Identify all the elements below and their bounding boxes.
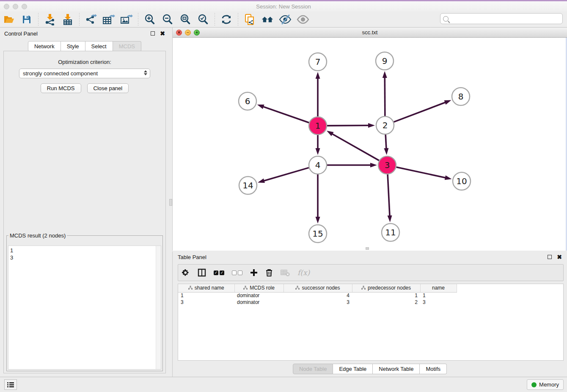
apply-layout-icon[interactable] [220, 13, 233, 26]
zoom-fit-icon[interactable] [179, 13, 192, 26]
column-header-name[interactable]: name [420, 284, 457, 292]
graph-node-label-6: 6 [245, 96, 250, 106]
search-field[interactable] [440, 13, 563, 24]
network-canvas[interactable]: 7968124314101511 [173, 38, 567, 251]
tab-node-table[interactable]: Node Table [293, 364, 333, 374]
window-resize-handle[interactable] [366, 247, 369, 250]
graph-edge-arrow [384, 148, 388, 155]
graph-edge-2-3[interactable] [385, 135, 386, 150]
table-row[interactable]: 3dominator323 [178, 299, 457, 306]
result-scrollbar[interactable] [156, 246, 161, 369]
graph-edge-2-9[interactable] [385, 76, 385, 116]
column-header-successor-nodes[interactable]: successor nodes [284, 284, 352, 292]
close-panel-icon[interactable]: ✖ [160, 30, 165, 36]
table-cell[interactable]: 2 [352, 299, 420, 306]
table-cell[interactable]: 4 [284, 292, 352, 299]
first-neighbors-icon[interactable] [261, 13, 274, 26]
tab-mcds[interactable]: MCDS [113, 41, 141, 52]
column-type-icon [188, 286, 193, 290]
memory-button[interactable]: Memory [527, 379, 564, 390]
table-cell[interactable]: 3 [284, 299, 352, 306]
column-header-predecessor-nodes[interactable]: predecessor nodes [352, 284, 420, 292]
network-window-titlebar[interactable]: ✕ − + scc.txt [173, 28, 567, 38]
zoom-out-icon[interactable] [161, 13, 174, 26]
control-panel-title: Control Panel [4, 30, 151, 37]
status-bar: Memory [0, 377, 567, 392]
table-cell[interactable]: 1 [178, 292, 234, 299]
clone-network-icon[interactable] [243, 13, 256, 26]
graph-node-label-3: 3 [385, 160, 390, 170]
tab-select[interactable]: Select [85, 41, 113, 52]
delete-column-icon[interactable] [265, 268, 273, 278]
mcds-panel: Optimization criterion: strongly connect… [3, 51, 166, 373]
splitter-grip[interactable] [169, 199, 172, 206]
graph-edge-1-2[interactable] [327, 125, 370, 126]
tab-edge-table[interactable]: Edge Table [333, 364, 373, 374]
float-table-panel-icon[interactable] [548, 255, 552, 259]
table-panel: Table Panel ✖ ✓✓ f(x) shared nameMCDS ro… [172, 251, 567, 377]
import-table-icon[interactable] [61, 13, 74, 26]
graph-edge-arrow [445, 175, 452, 180]
graph-edge-arrow [444, 100, 451, 105]
graph-edge-3-1[interactable] [331, 133, 379, 160]
zoom-in-icon[interactable] [143, 13, 156, 26]
run-mcds-button[interactable]: Run MCDS [41, 83, 81, 93]
tab-network[interactable]: Network [28, 41, 61, 52]
table-cell[interactable]: dominator [234, 292, 284, 299]
table-cell[interactable]: dominator [234, 299, 284, 306]
table-cell[interactable]: 3 [420, 299, 457, 306]
mcds-result-title: MCDS result (2 nodes) [8, 232, 67, 239]
mcds-result-text[interactable]: 1 3 [8, 246, 156, 369]
graph-edge-arrow [368, 123, 375, 128]
table-cell[interactable]: 1 [420, 292, 457, 299]
table-row[interactable]: 1dominator411 [178, 292, 457, 299]
graph-edge-4-14[interactable] [263, 168, 309, 181]
open-session-icon[interactable] [3, 13, 15, 26]
table-settings-icon[interactable] [182, 268, 190, 278]
panel-splitter[interactable] [169, 28, 172, 376]
graph-edge-2-8[interactable] [394, 102, 447, 122]
close-table-panel-icon[interactable]: ✖ [557, 254, 562, 260]
graph-edge-3-10[interactable] [396, 167, 447, 178]
graph-node-label-9: 9 [382, 56, 388, 66]
node-table[interactable]: shared nameMCDS rolesuccessor nodesprede… [178, 284, 564, 361]
select-all-columns-icon[interactable]: ✓✓ [214, 268, 224, 278]
node-table-body: 1dominator4113dominator323 [178, 292, 457, 306]
column-header-shared-name[interactable]: shared name [178, 284, 234, 292]
export-network-icon[interactable] [85, 13, 97, 26]
criterion-select[interactable]: strongly connected component [19, 69, 150, 78]
toolbar-separator [238, 13, 238, 26]
tab-motifs[interactable]: Motifs [420, 364, 447, 374]
import-network-icon[interactable] [44, 13, 56, 26]
table-cell[interactable]: 3 [178, 299, 234, 306]
graph-edge-3-11[interactable] [388, 174, 390, 217]
column-layout-icon[interactable] [198, 268, 206, 278]
export-table-icon[interactable] [102, 13, 115, 26]
tab-style[interactable]: Style [61, 41, 85, 52]
search-input[interactable] [451, 15, 560, 22]
delete-table-icon[interactable] [281, 268, 290, 278]
export-image-icon[interactable] [120, 13, 133, 26]
save-session-icon[interactable] [20, 13, 33, 26]
tab-network-table[interactable]: Network Table [373, 364, 420, 374]
list-icon [7, 382, 14, 388]
add-column-icon[interactable] [250, 268, 258, 278]
graph-edge-arrow [387, 215, 392, 222]
table-cell[interactable]: 1 [352, 292, 420, 299]
function-builder-icon[interactable]: f(x) [297, 268, 310, 278]
optimization-criterion-label: Optimization criterion: [4, 59, 165, 65]
node-table-header-row: shared nameMCDS rolesuccessor nodesprede… [178, 284, 457, 292]
graph-edge-1-6[interactable] [262, 106, 309, 123]
graph-edge-arrow [370, 163, 377, 168]
zoom-selected-icon[interactable] [197, 13, 209, 26]
float-panel-icon[interactable] [151, 31, 155, 36]
close-panel-button[interactable]: Close panel [87, 83, 129, 93]
task-history-button[interactable] [4, 379, 17, 390]
column-header-mcds-role[interactable]: MCDS role [234, 284, 284, 292]
graphics-details-icon[interactable] [279, 13, 292, 26]
graph-edge-arrow [383, 71, 387, 78]
deselect-all-columns-icon[interactable] [232, 268, 242, 278]
control-panel-tabs: NetworkStyleSelectMCDS [0, 41, 169, 52]
graph-edge-arrow [257, 105, 264, 109]
birds-eye-icon[interactable] [297, 13, 309, 26]
